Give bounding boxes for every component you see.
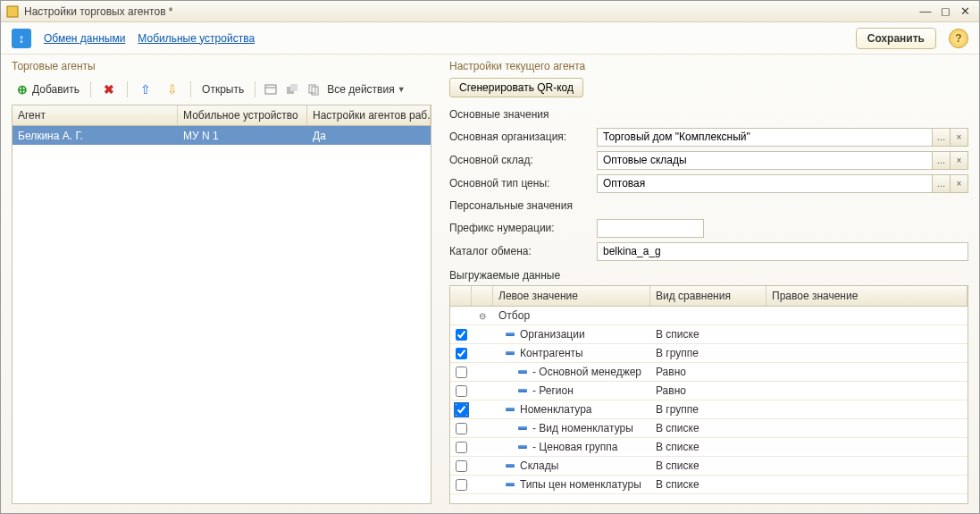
- clear-icon[interactable]: ×: [950, 152, 967, 169]
- filter-comparison[interactable]: В списке: [650, 441, 766, 453]
- org-row: Основная организация: … ×: [449, 126, 968, 147]
- filter-row[interactable]: КонтрагентыВ группе: [450, 344, 967, 363]
- price-label: Основной тип цены:: [449, 177, 597, 190]
- app-icon: [6, 5, 19, 18]
- save-button[interactable]: Сохранить: [856, 28, 936, 49]
- svg-rect-1: [265, 85, 276, 94]
- filter-comparison[interactable]: В группе: [650, 347, 766, 359]
- col-right-value[interactable]: Правое значение: [766, 286, 967, 306]
- collapse-icon[interactable]: ⊖: [477, 310, 488, 321]
- filter-label: - Регион: [532, 384, 574, 397]
- filter-comparison[interactable]: В списке: [650, 478, 766, 491]
- group-main-label: Основные значения: [449, 108, 968, 121]
- filter-comparison[interactable]: В списке: [650, 459, 766, 472]
- filter-comparison[interactable]: В списке: [650, 328, 766, 341]
- catalog-input[interactable]: [597, 242, 968, 261]
- open-button[interactable]: Открыть: [198, 82, 247, 97]
- filter-grid[interactable]: Левое значение Вид сравнения Правое знач…: [449, 285, 968, 504]
- separator: [90, 81, 91, 97]
- item-icon: [518, 370, 527, 374]
- clear-icon[interactable]: ×: [950, 175, 967, 192]
- table-row[interactable]: Белкина А. Г. МУ N 1 Да: [13, 126, 431, 145]
- filter-comparison[interactable]: В списке: [650, 422, 766, 434]
- filter-checkbox[interactable]: [456, 367, 467, 378]
- all-actions-menu[interactable]: Все действия ▼: [327, 83, 405, 96]
- item-icon: [506, 408, 515, 411]
- exchange-link[interactable]: Обмен данными: [44, 32, 125, 45]
- exchange-icon: ↕: [12, 29, 31, 48]
- properties-icon[interactable]: [263, 81, 279, 97]
- select-icon[interactable]: …: [932, 175, 950, 192]
- item-icon: [518, 389, 527, 392]
- add-label: Добавить: [32, 83, 80, 96]
- all-actions-label: Все действия: [327, 83, 394, 96]
- price-field[interactable]: … ×: [597, 174, 968, 193]
- item-icon: [506, 464, 515, 468]
- price-input[interactable]: [598, 177, 932, 190]
- filter-checkbox[interactable]: [456, 423, 467, 434]
- filter-row[interactable]: - Основной менеджерРавно: [450, 363, 967, 382]
- maximize-button[interactable]: ◻: [936, 4, 954, 19]
- clear-icon[interactable]: ×: [950, 129, 967, 146]
- close-button[interactable]: ✕: [956, 4, 974, 19]
- warehouse-label: Основной склад:: [449, 154, 597, 166]
- filter-checkbox[interactable]: [456, 404, 467, 416]
- help-button[interactable]: ?: [949, 29, 968, 48]
- item-icon: [506, 351, 515, 355]
- org-field[interactable]: … ×: [597, 128, 968, 147]
- col-device[interactable]: Мобильное устройство: [178, 105, 307, 125]
- select-icon[interactable]: …: [932, 129, 950, 146]
- cell-agent: Белкина А. Г.: [13, 130, 178, 142]
- warehouse-input[interactable]: [598, 154, 932, 166]
- svg-rect-0: [7, 6, 18, 17]
- agent-settings-panel: Настройки текущего агента Сгенерировать …: [449, 60, 968, 504]
- filter-comparison[interactable]: Равно: [650, 384, 766, 397]
- filter-checkbox[interactable]: [456, 348, 467, 359]
- agents-toolbar: ⊕ Добавить ✖ ⇧ ⇩ Открыть: [12, 78, 431, 101]
- warehouse-field[interactable]: … ×: [597, 151, 968, 170]
- chevron-down-icon: ▼: [398, 85, 406, 94]
- filter-checkbox[interactable]: [456, 479, 467, 491]
- move-up-button[interactable]: ⇧: [135, 81, 156, 97]
- filter-comparison[interactable]: Равно: [650, 366, 766, 378]
- filter-row[interactable]: Типы цен номенклатурыВ списке: [450, 476, 967, 494]
- refresh-icon[interactable]: [284, 81, 300, 97]
- delete-button[interactable]: ✖: [98, 81, 120, 97]
- mobile-devices-link[interactable]: Мобильные устройства: [138, 32, 255, 45]
- filter-row[interactable]: СкладыВ списке: [450, 457, 967, 476]
- settings-toolbar: Сгенерировать QR-код: [449, 78, 968, 97]
- filter-row[interactable]: - Ценовая группаВ списке: [450, 438, 967, 457]
- col-checkbox: [450, 286, 472, 306]
- filter-checkbox[interactable]: [456, 329, 467, 341]
- export-label: Выгружаемые данные: [449, 269, 968, 282]
- col-comparison[interactable]: Вид сравнения: [650, 286, 766, 306]
- filter-checkbox[interactable]: [456, 442, 467, 453]
- generate-qr-button[interactable]: Сгенерировать QR-код: [449, 78, 583, 97]
- filter-row[interactable]: ОрганизацииВ списке: [450, 325, 967, 344]
- filter-label: Номенклатура: [520, 403, 592, 416]
- copy-icon[interactable]: [306, 81, 322, 97]
- col-agent[interactable]: Агент: [13, 105, 178, 125]
- filter-label: - Ценовая группа: [532, 441, 618, 453]
- agents-header: Торговые агенты: [12, 60, 431, 72]
- col-settings[interactable]: Настройки агентов раб...: [307, 105, 431, 125]
- filter-checkbox[interactable]: [456, 460, 467, 472]
- filter-root-row[interactable]: ⊖Отбор: [450, 307, 967, 325]
- filter-checkbox[interactable]: [456, 385, 467, 397]
- prefix-input[interactable]: [597, 219, 704, 238]
- filter-row[interactable]: - РегионРавно: [450, 382, 967, 400]
- agents-grid[interactable]: Агент Мобильное устройство Настройки аге…: [12, 105, 431, 504]
- filter-row[interactable]: - Вид номенклатурыВ списке: [450, 419, 967, 438]
- minimize-button[interactable]: —: [917, 4, 934, 19]
- cell-settings: Да: [307, 130, 431, 142]
- filter-row[interactable]: НоменклатураВ группе: [450, 400, 967, 419]
- move-down-button[interactable]: ⇩: [162, 81, 183, 97]
- add-button[interactable]: ⊕ Добавить: [12, 81, 83, 97]
- filter-label: - Вид номенклатуры: [532, 422, 633, 434]
- org-input[interactable]: [598, 131, 932, 143]
- select-icon[interactable]: …: [932, 152, 950, 169]
- filter-label: Склады: [520, 459, 558, 472]
- col-left-value[interactable]: Левое значение: [493, 286, 650, 306]
- plus-icon: ⊕: [15, 82, 29, 97]
- filter-comparison[interactable]: В группе: [650, 403, 766, 416]
